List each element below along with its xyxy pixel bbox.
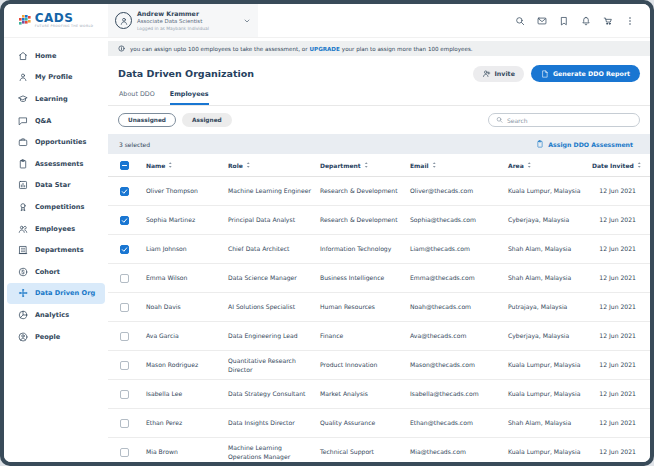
column-header-date-invited[interactable]: Date Invited: [592, 162, 641, 169]
row-checkbox[interactable]: [120, 187, 129, 196]
sort-icon[interactable]: [637, 162, 642, 168]
table-row[interactable]: Ethan PerezData Insights DirectorQuality…: [108, 409, 650, 438]
row-checkbox[interactable]: [120, 245, 129, 254]
cell-email: Ethan@thecads.com: [410, 415, 506, 430]
cell-department: Research & Development: [320, 212, 408, 227]
column-header-email[interactable]: Email: [410, 162, 506, 169]
bookmark-icon[interactable]: [559, 16, 569, 26]
sidebar-item-learning[interactable]: Learning: [7, 88, 105, 110]
tab-bar: About DDOEmployees: [108, 85, 650, 106]
table-row[interactable]: Mason RodriguezQuantitative Research Dir…: [108, 351, 650, 380]
cell-area: Shah Alam, Malaysia: [508, 241, 590, 256]
cell-department: Quality Assurance: [320, 415, 408, 430]
sort-icon[interactable]: [168, 162, 173, 168]
sidebar-item-home[interactable]: Home: [7, 45, 105, 67]
sidebar-item-assessments[interactable]: Assessments: [7, 153, 105, 175]
cell-name: Emma Wilson: [146, 270, 226, 285]
cell-email: Sophia@thecads.com: [410, 212, 506, 227]
generate-ddo-report-button[interactable]: Generate DDO Report: [531, 65, 640, 82]
cell-area: Kuala Lumpur, Malaysia: [508, 386, 590, 401]
cell-department: Technical Support: [320, 444, 408, 459]
tab-about-ddo[interactable]: About DDO: [119, 90, 155, 105]
sort-icon[interactable]: [364, 162, 369, 168]
cell-department: Information Technology: [320, 241, 408, 256]
sidebar-item-opportunities[interactable]: Opportunities: [7, 131, 105, 153]
sort-icon[interactable]: [432, 162, 437, 168]
sidebar-item-label: My Profile: [35, 73, 72, 81]
sidebar-item-competitions[interactable]: Competitions: [7, 196, 105, 218]
column-header-name[interactable]: Name: [146, 162, 226, 169]
row-checkbox[interactable]: [120, 448, 129, 457]
cads-logo[interactable]: CADS FUTURE PROOFING THE WORLD: [4, 4, 108, 37]
cell-department: Market Analysis: [320, 386, 408, 401]
select-all-checkbox[interactable]: [120, 161, 129, 170]
sidebar-item-departments[interactable]: Departments: [7, 239, 105, 261]
sidebar-item-my-profile[interactable]: My Profile: [7, 67, 105, 89]
sidebar-item-label: Learning: [35, 95, 68, 103]
sidebar-item-label: Employees: [35, 225, 75, 233]
table-row[interactable]: Noah DavisAI Solutions SpecialistHuman R…: [108, 293, 650, 322]
app-root: CADS FUTURE PROOFING THE WORLD Andrew Kr…: [4, 4, 650, 462]
cell-name: Sophia Martinez: [146, 212, 226, 227]
row-checkbox[interactable]: [120, 303, 129, 312]
table-row[interactable]: Sophia MartinezPrincipal Data AnalystRes…: [108, 206, 650, 235]
search-box[interactable]: [488, 113, 640, 127]
bar-chart-icon: [18, 180, 28, 190]
people-icon: [18, 224, 28, 234]
sidebar-item-q-a[interactable]: Q&A: [7, 110, 105, 132]
cell-department: Human Resources: [320, 299, 408, 314]
row-checkbox[interactable]: [120, 390, 129, 399]
sidebar-item-data-star[interactable]: Data Star: [7, 175, 105, 197]
chip-unassigned[interactable]: Unassigned: [118, 113, 176, 127]
sidebar-item-data-driven-org[interactable]: Data Driven Org: [7, 283, 105, 305]
row-checkbox[interactable]: [120, 419, 129, 428]
invite-button[interactable]: Invite: [473, 66, 524, 82]
bell-icon[interactable]: [581, 16, 591, 26]
sidebar-item-label: Assessments: [35, 160, 83, 168]
column-header-role[interactable]: Role: [228, 162, 318, 169]
column-header-department[interactable]: Department: [320, 162, 408, 169]
row-checkbox[interactable]: [120, 361, 129, 370]
home-icon: [18, 51, 28, 61]
sidebar-item-employees[interactable]: Employees: [7, 218, 105, 240]
sort-icon[interactable]: [246, 162, 251, 168]
cell-role: Data Strategy Consultant: [228, 386, 318, 401]
column-header-area[interactable]: Area: [508, 162, 590, 169]
sidebar-item-analytics[interactable]: Analytics: [7, 304, 105, 326]
selection-bar: 3 selected Assign DDO Assessment: [108, 134, 650, 154]
top-bar: CADS FUTURE PROOFING THE WORLD Andrew Kr…: [4, 4, 650, 38]
row-checkbox[interactable]: [120, 274, 129, 283]
avatar: [115, 12, 132, 29]
cell-date-invited: 12 Jun 2021: [592, 328, 638, 343]
pie-icon: [18, 310, 28, 320]
cell-name: Mia Brown: [146, 444, 226, 459]
sort-icon[interactable]: [527, 162, 532, 168]
search-icon[interactable]: [515, 16, 525, 26]
user-menu[interactable]: Andrew Krammer Associate Data Scientist …: [108, 4, 258, 37]
table-row[interactable]: Oliver ThompsonMachine Learning Engineer…: [108, 177, 650, 206]
cell-area: Kuala Lumpur, Malaysia: [508, 357, 590, 372]
chip-assigned[interactable]: Assigned: [182, 113, 232, 127]
sidebar-item-cohort[interactable]: Cohort: [7, 261, 105, 283]
table-row[interactable]: Isabella LeeData Strategy ConsultantMark…: [108, 380, 650, 409]
cell-date-invited: 12 Jun 2021: [592, 357, 638, 372]
row-checkbox[interactable]: [120, 216, 129, 225]
upgrade-link[interactable]: UPGRADE: [309, 46, 339, 52]
cohort-icon: [18, 267, 28, 277]
main-content: you can assign upto 100 employees to tak…: [108, 38, 650, 462]
more-icon[interactable]: [625, 16, 635, 26]
assign-ddo-assessment-button[interactable]: Assign DDO Assessment: [530, 139, 639, 149]
table-row[interactable]: Liam JohnsonChief Data ArchitectInformat…: [108, 235, 650, 264]
sidebar-item-people[interactable]: People: [7, 326, 105, 348]
cart-icon[interactable]: [603, 16, 613, 26]
table-row[interactable]: Mia BrownMachine Learning Operations Man…: [108, 438, 650, 462]
cell-date-invited: 12 Jun 2021: [592, 212, 638, 227]
mail-icon[interactable]: [537, 16, 547, 26]
app-window: CADS FUTURE PROOFING THE WORLD Andrew Kr…: [0, 0, 654, 466]
table-row[interactable]: Emma WilsonData Science ManagerBusiness …: [108, 264, 650, 293]
medal-icon: [18, 202, 28, 212]
row-checkbox[interactable]: [120, 332, 129, 341]
table-row[interactable]: Ava GarciaData Engineering LeadFinanceAv…: [108, 322, 650, 351]
search-input[interactable]: [507, 117, 632, 124]
tab-employees[interactable]: Employees: [170, 90, 209, 105]
